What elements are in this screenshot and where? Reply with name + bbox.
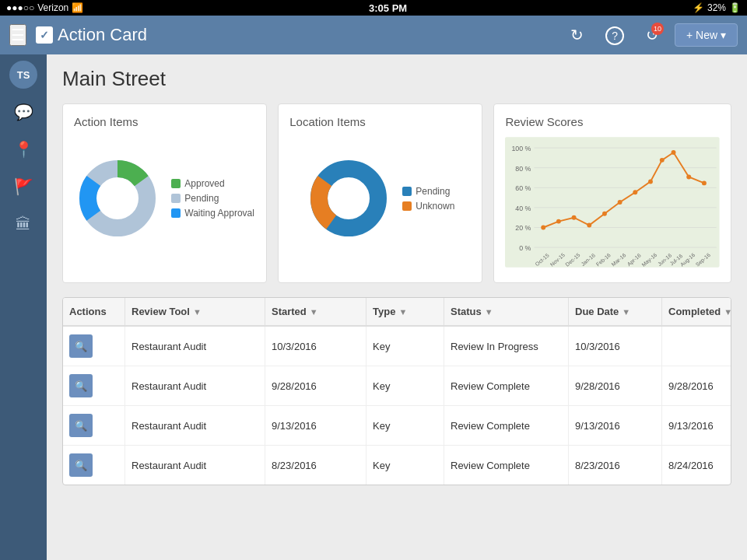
svg-text:40 %: 40 % xyxy=(516,205,531,212)
row3-completed: 9/13/2016 xyxy=(662,406,731,445)
sidebar-item-flags[interactable]: 🚩 xyxy=(5,170,42,204)
waiting-dot xyxy=(171,208,181,218)
completed-filter-icon[interactable]: ▼ xyxy=(724,307,731,317)
battery-level: 32% xyxy=(707,2,726,13)
messages-icon: 💬 xyxy=(14,103,33,121)
waiting-label: Waiting Approval xyxy=(184,208,254,219)
pending-dot xyxy=(171,194,181,203)
svg-text:20 %: 20 % xyxy=(516,224,531,232)
approved-dot xyxy=(171,179,181,188)
notifications-button[interactable]: ↺ 10 xyxy=(640,23,665,47)
svg-point-22 xyxy=(572,215,577,220)
svg-text:0 %: 0 % xyxy=(520,244,531,252)
location-items-title: Location Items xyxy=(289,115,471,128)
row3-due-date: 9/13/2016 xyxy=(569,406,662,445)
location-items-donut-wrapper: Pending Unknown xyxy=(306,156,454,241)
legend-waiting: Waiting Approval xyxy=(171,208,254,219)
status-filter-icon[interactable]: ▼ xyxy=(485,307,493,317)
table-row: 🔍 Restaurant Audit 8/23/2016 Key Review … xyxy=(63,446,731,485)
row1-status: Review In Progress xyxy=(444,327,569,366)
logo-check: ✓ xyxy=(36,26,53,44)
sidebar-item-messages[interactable]: 💬 xyxy=(5,95,42,129)
action-items-chart: Approved Pending Waiting Approval xyxy=(74,136,255,261)
row3-actions: 🔍 xyxy=(63,406,125,445)
main-content: Main Street Action Items xyxy=(47,54,747,560)
row2-due-date: 9/28/2016 xyxy=(569,366,662,405)
col-type: Type ▼ xyxy=(366,298,444,325)
pending-label: Pending xyxy=(184,193,219,204)
svg-point-25 xyxy=(618,200,622,205)
col-actions: Actions xyxy=(63,298,125,325)
svg-rect-7 xyxy=(505,137,720,267)
row2-view-button[interactable]: 🔍 xyxy=(69,374,93,397)
table-row: 🔍 Restaurant Audit 10/3/2016 Key Review … xyxy=(63,327,731,366)
row1-completed xyxy=(662,327,731,366)
new-button[interactable]: + New ▾ xyxy=(675,23,738,47)
table-row: 🔍 Restaurant Audit 9/13/2016 Key Review … xyxy=(63,406,731,446)
sidebar-item-admin[interactable]: 🏛 xyxy=(5,207,42,241)
action-items-donut xyxy=(75,156,160,241)
row4-type: Key xyxy=(366,446,444,485)
action-items-donut-wrapper: Approved Pending Waiting Approval xyxy=(75,156,254,241)
due-date-filter-icon[interactable]: ▼ xyxy=(622,307,630,317)
col-review-tool: Review Tool ▼ xyxy=(125,298,265,325)
app-body: TS 💬 📍 🚩 🏛 Main Street Action Items xyxy=(0,54,747,560)
loc-pending-label: Pending xyxy=(416,186,450,197)
loc-unknown-dot xyxy=(402,201,412,211)
status-bar: ●●●○○ Verizon 📶 3:05 PM ⚡ 32% 🔋 xyxy=(0,0,747,16)
svg-text:80 %: 80 % xyxy=(516,165,531,173)
row2-status: Review Complete xyxy=(444,366,569,405)
row1-view-button[interactable]: 🔍 xyxy=(69,334,93,358)
flag-icon: 🚩 xyxy=(14,177,33,196)
row1-actions: 🔍 xyxy=(63,327,125,366)
row3-status: Review Complete xyxy=(444,406,569,445)
svg-point-27 xyxy=(648,179,653,184)
svg-point-21 xyxy=(556,219,561,224)
review-scores-svg: 100 % 80 % 60 % 40 % 20 % 0 % xyxy=(505,136,720,268)
svg-text:100 %: 100 % xyxy=(512,145,531,152)
loc-pending-dot xyxy=(402,187,412,196)
location-items-legend: Pending Unknown xyxy=(402,186,454,212)
battery-info: ⚡ 32% 🔋 xyxy=(693,2,741,13)
help-button[interactable]: ? xyxy=(599,23,630,48)
app-title: Action Card xyxy=(58,25,147,45)
user-avatar[interactable]: TS xyxy=(9,61,37,89)
location-items-donut xyxy=(306,156,391,241)
svg-point-30 xyxy=(687,175,692,180)
row4-due-date: 8/23/2016 xyxy=(569,446,662,485)
svg-point-28 xyxy=(660,158,665,163)
col-completed: Completed ▼ xyxy=(662,298,731,325)
started-filter-icon[interactable]: ▼ xyxy=(310,307,318,317)
row3-started: 9/13/2016 xyxy=(265,406,366,445)
row1-due-date: 10/3/2016 xyxy=(569,327,662,366)
review-tool-filter-icon[interactable]: ▼ xyxy=(193,307,202,317)
row1-type: Key xyxy=(366,327,444,366)
action-items-title: Action Items xyxy=(74,115,255,128)
svg-point-29 xyxy=(672,150,676,155)
row2-review-tool: Restaurant Audit xyxy=(125,366,265,405)
row4-review-tool: Restaurant Audit xyxy=(125,446,265,485)
type-filter-icon[interactable]: ▼ xyxy=(398,307,407,317)
legend-loc-unknown: Unknown xyxy=(402,201,454,212)
action-items-legend: Approved Pending Waiting Approval xyxy=(171,178,254,219)
col-status: Status ▼ xyxy=(444,298,569,325)
legend-approved: Approved xyxy=(171,178,254,189)
refresh-button[interactable]: ↻ xyxy=(564,23,590,47)
action-items-card: Action Items xyxy=(62,103,267,283)
menu-button[interactable]: ☰ xyxy=(9,24,26,46)
row4-started: 8/23/2016 xyxy=(265,446,366,485)
sidebar-item-location[interactable]: 📍 xyxy=(5,132,42,166)
carrier-info: ●●●○○ Verizon 📶 xyxy=(6,2,83,13)
svg-point-6 xyxy=(328,178,369,219)
wifi-icon: 📶 xyxy=(72,2,83,13)
table-header: Actions Review Tool ▼ Started ▼ Type ▼ S… xyxy=(63,298,731,327)
svg-point-26 xyxy=(633,190,638,194)
legend-loc-pending: Pending xyxy=(402,186,454,197)
svg-point-20 xyxy=(542,226,546,230)
row3-view-button[interactable]: 🔍 xyxy=(69,414,93,437)
row4-view-button[interactable]: 🔍 xyxy=(69,453,93,477)
svg-point-31 xyxy=(702,180,707,185)
row1-review-tool: Restaurant Audit xyxy=(125,327,265,366)
review-scores-card: Review Scores 100 % 80 % 60 % 40 % 20 % … xyxy=(493,103,731,283)
location-items-chart: Pending Unknown xyxy=(289,136,471,261)
